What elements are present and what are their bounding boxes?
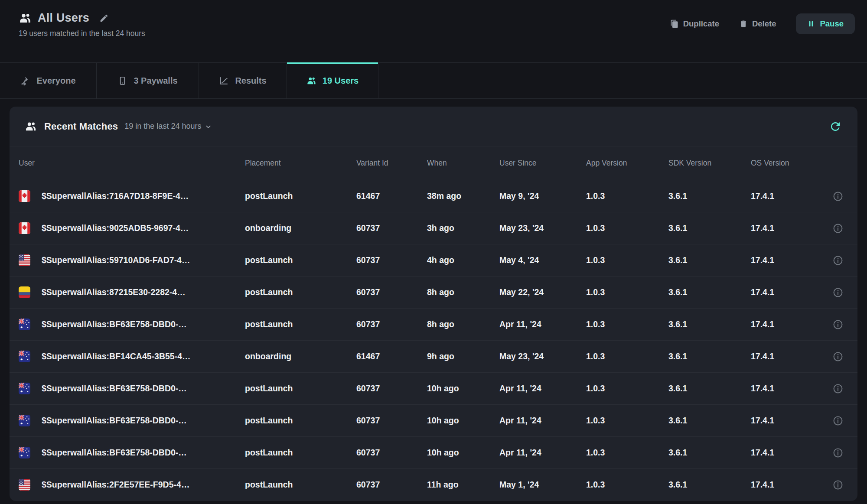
tab-everyone-label: Everyone bbox=[36, 76, 75, 86]
column-header-variant-id: Variant Id bbox=[356, 159, 427, 168]
os-version-cell: 17.4.1 bbox=[751, 384, 828, 393]
flag-usa-icon bbox=[19, 479, 30, 491]
table-row[interactable]: $SuperwallAlias:BF63E758-DBD0-… postLaun… bbox=[10, 372, 857, 404]
variant-id-cell: 61467 bbox=[356, 191, 427, 201]
table-header-row: User Placement Variant Id When User Sinc… bbox=[10, 146, 857, 180]
when-cell: 11h ago bbox=[427, 480, 499, 490]
pause-label: Pause bbox=[820, 19, 844, 29]
recent-matches-card: Recent Matches 19 in the last 24 hours U… bbox=[10, 107, 857, 501]
page-header-left: All Users 19 users matched in the last 2… bbox=[19, 11, 145, 38]
tab-results-label: Results bbox=[235, 76, 266, 86]
when-cell: 10h ago bbox=[427, 448, 499, 458]
placement-cell: postLaunch bbox=[245, 384, 356, 393]
tab-paywalls[interactable]: 3 Paywalls bbox=[97, 63, 199, 98]
table-row[interactable]: $SuperwallAlias:59710AD6-FAD7-4… postLau… bbox=[10, 244, 857, 276]
os-version-cell: 17.4.1 bbox=[751, 448, 828, 458]
pencil-icon[interactable] bbox=[99, 13, 109, 23]
when-cell: 10h ago bbox=[427, 416, 499, 426]
page-title: All Users bbox=[38, 11, 89, 25]
info-icon[interactable] bbox=[832, 447, 844, 458]
user-cell: $SuperwallAlias:9025ADB5-9697-4… bbox=[19, 222, 245, 234]
info-icon[interactable] bbox=[832, 351, 844, 362]
user-cell: $SuperwallAlias:BF63E758-DBD0-… bbox=[19, 447, 245, 458]
app-version-cell: 1.0.3 bbox=[586, 448, 668, 458]
sdk-version-cell: 3.6.1 bbox=[668, 319, 751, 329]
info-cell bbox=[828, 191, 848, 202]
copy-icon bbox=[670, 20, 679, 28]
table-row[interactable]: $SuperwallAlias:87215E30-2282-4… postLau… bbox=[10, 276, 857, 308]
when-cell: 8h ago bbox=[427, 287, 499, 297]
sdk-version-cell: 3.6.1 bbox=[668, 223, 751, 233]
flag-australia-icon bbox=[19, 351, 30, 362]
flag-canada-icon bbox=[19, 222, 30, 234]
matches-filter-dropdown[interactable]: 19 in the last 24 hours bbox=[124, 122, 212, 131]
chevron-down-icon bbox=[205, 123, 212, 130]
os-version-cell: 17.4.1 bbox=[751, 319, 828, 329]
tab-paywalls-label: 3 Paywalls bbox=[134, 76, 177, 86]
variant-id-cell: 60737 bbox=[356, 384, 427, 393]
info-icon[interactable] bbox=[832, 287, 844, 298]
tab-everyone[interactable]: Everyone bbox=[0, 63, 97, 98]
variant-id-cell: 60737 bbox=[356, 287, 427, 297]
flag-usa-icon bbox=[19, 254, 30, 266]
variant-id-cell: 60737 bbox=[356, 319, 427, 329]
user-cell: $SuperwallAlias:59710AD6-FAD7-4… bbox=[19, 254, 245, 266]
variant-id-cell: 60737 bbox=[356, 480, 427, 490]
column-header-user-since: User Since bbox=[499, 159, 586, 168]
app-version-cell: 1.0.3 bbox=[586, 287, 668, 297]
variant-id-cell: 61467 bbox=[356, 351, 427, 361]
user-alias: $SuperwallAlias:87215E30-2282-4… bbox=[42, 287, 186, 297]
phone-icon bbox=[117, 76, 127, 86]
info-icon[interactable] bbox=[832, 255, 844, 266]
user-cell: $SuperwallAlias:BF63E758-DBD0-… bbox=[19, 319, 245, 330]
column-header-placement: Placement bbox=[245, 159, 356, 168]
table-row[interactable]: $SuperwallAlias:BF63E758-DBD0-… postLaun… bbox=[10, 436, 857, 468]
info-icon[interactable] bbox=[832, 415, 844, 426]
placement-cell: postLaunch bbox=[245, 448, 356, 458]
sdk-version-cell: 3.6.1 bbox=[668, 351, 751, 361]
duplicate-button[interactable]: Duplicate bbox=[670, 19, 719, 29]
info-cell bbox=[828, 255, 848, 266]
delete-button[interactable]: Delete bbox=[739, 19, 776, 29]
tab-results[interactable]: Results bbox=[199, 63, 287, 98]
header-actions: Duplicate Delete Pause bbox=[670, 13, 855, 34]
os-version-cell: 17.4.1 bbox=[751, 416, 828, 426]
app-version-cell: 1.0.3 bbox=[586, 480, 668, 490]
column-header-user: User bbox=[19, 159, 245, 168]
user-since-cell: Apr 11, '24 bbox=[499, 384, 586, 393]
info-icon[interactable] bbox=[832, 191, 844, 202]
table-row[interactable]: $SuperwallAlias:9025ADB5-9697-4… onboard… bbox=[10, 212, 857, 244]
user-cell: $SuperwallAlias:87215E30-2282-4… bbox=[19, 286, 245, 298]
when-cell: 8h ago bbox=[427, 319, 499, 329]
table-row[interactable]: $SuperwallAlias:BF63E758-DBD0-… postLaun… bbox=[10, 404, 857, 436]
info-icon[interactable] bbox=[832, 223, 844, 234]
info-icon[interactable] bbox=[832, 319, 844, 330]
table-row[interactable]: $SuperwallAlias:BF63E758-DBD0-… postLaun… bbox=[10, 308, 857, 340]
flag-australia-icon bbox=[19, 383, 30, 394]
column-header-sdk-version: SDK Version bbox=[668, 159, 751, 168]
placement-cell: postLaunch bbox=[245, 480, 356, 490]
user-cell: $SuperwallAlias:BF63E758-DBD0-… bbox=[19, 383, 245, 394]
user-alias: $SuperwallAlias:2F2E57EE-F9D5-4… bbox=[42, 480, 189, 490]
info-icon[interactable] bbox=[832, 479, 844, 491]
os-version-cell: 17.4.1 bbox=[751, 351, 828, 361]
refresh-icon[interactable] bbox=[829, 120, 842, 133]
sdk-version-cell: 3.6.1 bbox=[668, 480, 751, 490]
table-row[interactable]: $SuperwallAlias:BF14CA45-3B55-4… onboard… bbox=[10, 340, 857, 372]
user-since-cell: May 1, '24 bbox=[499, 480, 586, 490]
flag-australia-icon bbox=[19, 447, 30, 458]
placement-cell: postLaunch bbox=[245, 191, 356, 201]
pause-button[interactable]: Pause bbox=[796, 13, 855, 34]
table-row[interactable]: $SuperwallAlias:2F2E57EE-F9D5-4… postLau… bbox=[10, 468, 857, 501]
users-icon bbox=[19, 12, 32, 25]
flag-australia-icon bbox=[19, 319, 30, 330]
user-alias: $SuperwallAlias:BF63E758-DBD0-… bbox=[42, 384, 187, 393]
app-version-cell: 1.0.3 bbox=[586, 351, 668, 361]
tab-users[interactable]: 19 Users bbox=[287, 63, 378, 98]
info-cell bbox=[828, 383, 848, 394]
user-cell: $SuperwallAlias:BF63E758-DBD0-… bbox=[19, 415, 245, 426]
table-row[interactable]: $SuperwallAlias:716A7D18-8F9E-4… postLau… bbox=[10, 180, 857, 212]
info-icon[interactable] bbox=[832, 383, 844, 394]
matches-filter-label: 19 in the last 24 hours bbox=[124, 122, 201, 131]
info-cell bbox=[828, 223, 848, 234]
